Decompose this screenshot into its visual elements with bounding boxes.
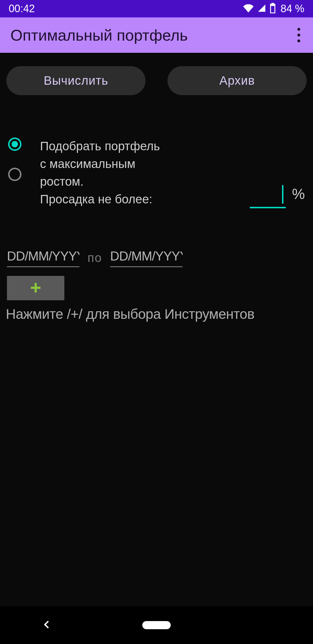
date-range-separator: по: [88, 251, 102, 265]
date-from-input[interactable]: [7, 249, 79, 267]
overflow-menu-icon[interactable]: [295, 26, 303, 45]
percent-input-wrap: %: [250, 164, 305, 208]
nav-back-icon[interactable]: [41, 619, 52, 632]
radio-section: Подобрать портфель с максимальным ростом…: [6, 103, 307, 208]
percent-sign: %: [292, 186, 305, 202]
nav-home-pill[interactable]: [142, 621, 171, 629]
main-content: Вычислить Архив Подобрать портфель с мак…: [0, 53, 313, 606]
radio-option-1-text: Подобрать портфель с максимальным ростом…: [40, 138, 250, 208]
signal-icon: [257, 4, 267, 14]
navigation-bar: [0, 606, 313, 644]
action-buttons-row: Вычислить Архив: [6, 59, 307, 103]
drawdown-percent-input[interactable]: [250, 184, 286, 208]
compute-button[interactable]: Вычислить: [6, 66, 145, 95]
app-title: Оптимальный портфель: [10, 26, 188, 44]
radio-content: Подобрать портфель с максимальным ростом…: [40, 138, 305, 208]
add-instrument-button[interactable]: [7, 276, 64, 300]
battery-percent: 84 %: [281, 3, 304, 15]
radio-option-2[interactable]: [8, 168, 21, 181]
wifi-icon: [243, 4, 254, 14]
battery-icon: [270, 3, 276, 15]
plus-icon: [29, 278, 42, 298]
status-time: 00:42: [9, 3, 35, 15]
add-instrument-hint: Нажмите /+/ для выбора Инструментов: [6, 300, 307, 322]
date-range-row: по: [6, 208, 307, 267]
status-bar: 00:42 84 %: [0, 0, 313, 17]
status-indicators: 84 %: [243, 3, 304, 15]
archive-button[interactable]: Архив: [168, 66, 307, 95]
date-to-input[interactable]: [110, 249, 183, 267]
radio-option-max-growth[interactable]: [8, 138, 21, 151]
radio-group: [8, 138, 21, 208]
app-bar: Оптимальный портфель: [0, 17, 313, 53]
